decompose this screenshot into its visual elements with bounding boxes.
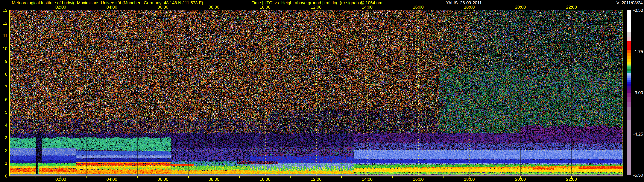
y-tick-label: 6. <box>0 97 8 102</box>
colorbar-segment <box>627 90 631 93</box>
x-tick-label-top: 08:00 <box>209 5 220 10</box>
x-axis-minor-tick <box>444 177 444 178</box>
y-tick-label: 5. <box>0 110 8 115</box>
x-axis-minor-tick <box>571 177 572 178</box>
colorbar-segment <box>627 82 631 84</box>
colorbar-segment <box>627 73 631 75</box>
y-tick-label: 1. <box>0 161 8 166</box>
x-axis-minor-tick <box>469 177 470 178</box>
system-date-label: YALIS: 26-09-2011 <box>446 0 482 5</box>
colorbar-segment <box>627 41 631 50</box>
y-tick-label: 7. <box>0 84 8 89</box>
y-tick-label: 8. <box>0 72 8 77</box>
y-tick-label: 12. <box>0 20 8 25</box>
colorbar-segment <box>627 62 631 64</box>
x-tick-label-top: 04:00 <box>106 5 117 10</box>
colorbar-segment <box>627 77 631 78</box>
y-tick-label: 11. <box>0 33 8 38</box>
x-axis-minor-tick <box>112 177 112 178</box>
x-tick-label-top: 16:00 <box>413 5 424 10</box>
x-axis-minor-tick <box>597 177 597 178</box>
y-tick-label: 4. <box>0 122 8 127</box>
y-tick-label: 2. <box>0 148 8 153</box>
colorbar-segment <box>627 64 631 66</box>
x-axis-minor-tick <box>163 177 163 178</box>
x-axis-minor-tick <box>546 177 546 178</box>
x-axis-minor-tick <box>35 177 36 178</box>
x-tick-label-top: 14:00 <box>362 5 372 10</box>
x-axis-minor-tick <box>214 177 214 178</box>
colorbar-segment <box>627 59 631 62</box>
colorbar-segment <box>627 86 631 88</box>
version-label: V: 2011/08/24 <box>616 0 643 5</box>
x-tick-label-top: 18:00 <box>464 5 475 10</box>
colorbar-segment <box>627 88 631 90</box>
colorbar-segment <box>627 71 631 73</box>
colorbar-tick-label: -0.50 <box>633 8 643 13</box>
lidar-quicklook-page: Meteorological Institute of Ludwig-Maxim… <box>0 0 644 182</box>
colorbar-segment <box>627 68 631 69</box>
colorbar-segment <box>627 69 631 71</box>
x-axis-minor-tick <box>418 177 418 178</box>
colorbar-segment <box>627 37 631 41</box>
y-tick-label: 10. <box>0 46 8 51</box>
x-axis-minor-tick <box>392 177 393 178</box>
colorbar-segment <box>627 56 631 59</box>
colorbar <box>627 10 631 175</box>
colorbar-tick-label: -1.75 <box>633 49 643 54</box>
x-axis-minor-tick <box>367 177 367 178</box>
colorbar-segment <box>627 97 631 102</box>
y-tick-label: 9. <box>0 59 8 64</box>
colorbar-segment <box>627 102 631 107</box>
x-axis-minor-tick <box>137 177 138 178</box>
colorbar-tick-label: -3.00 <box>633 90 643 95</box>
x-axis-minor-tick <box>494 177 495 178</box>
x-tick-label-top: 06:00 <box>158 5 168 10</box>
colorbar-segment <box>627 80 631 82</box>
colorbar-segment <box>627 93 631 97</box>
y-tick-label: 13. <box>0 8 8 13</box>
x-axis-minor-tick <box>341 177 342 178</box>
colorbar-segment <box>627 84 631 86</box>
page-title: Time [UTC] vs. Height above ground [km]:… <box>252 0 382 5</box>
colorbar-segment <box>627 107 631 120</box>
x-axis-minor-tick <box>239 177 240 178</box>
x-tick-label-top: 20:00 <box>515 5 526 10</box>
x-axis-minor-tick <box>316 177 316 178</box>
x-axis-minor-tick <box>290 177 291 178</box>
y-tick-label: 3. <box>0 135 8 140</box>
x-tick-label-top: 10:00 <box>260 5 270 10</box>
colorbar-tick-label: -5.50 <box>633 173 643 178</box>
x-axis-minor-tick <box>86 177 86 178</box>
y-tick-label: 0. <box>0 174 8 179</box>
x-axis-minor-tick <box>520 177 520 178</box>
colorbar-segment <box>627 120 631 175</box>
x-axis-minor-tick <box>60 177 61 178</box>
colorbar-segment <box>627 50 631 53</box>
x-tick-label-top: 12:00 <box>310 5 321 10</box>
heatmap-canvas <box>10 10 622 176</box>
x-tick-label-top: 22:00 <box>566 5 577 10</box>
x-axis-minor-tick <box>188 177 189 178</box>
colorbar-segment <box>627 10 631 32</box>
x-tick-label-top: 02:00 <box>56 5 66 10</box>
colorbar-segment <box>627 53 631 56</box>
colorbar-segment <box>627 78 631 80</box>
colorbar-segment <box>627 66 631 68</box>
colorbar-segment <box>627 32 631 37</box>
institute-label: Meteorological Institute of Ludwig-Maxim… <box>12 0 204 5</box>
colorbar-tick-label: -4.25 <box>633 131 643 136</box>
x-axis-minor-tick <box>265 177 265 178</box>
colorbar-segment <box>627 75 631 77</box>
